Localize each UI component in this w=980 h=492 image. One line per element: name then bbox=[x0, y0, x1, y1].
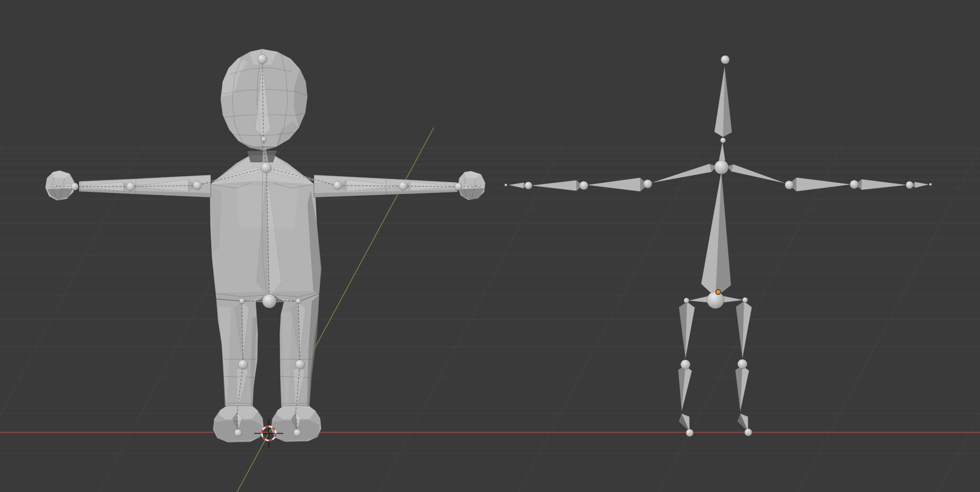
blender-viewport-stage bbox=[0, 0, 980, 492]
viewport-3d[interactable] bbox=[0, 0, 980, 492]
